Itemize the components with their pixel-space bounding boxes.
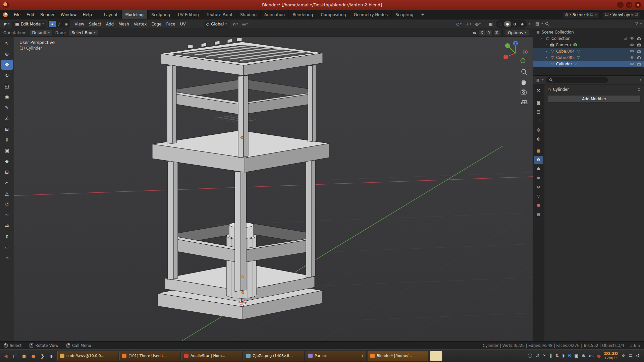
physics-tab[interactable]: ⊚: [534, 174, 543, 182]
smooth-tool[interactable]: ∿: [1, 210, 13, 220]
chevron-down-icon[interactable]: ▾: [640, 78, 641, 81]
firefox-launcher[interactable]: ●: [29, 351, 38, 361]
workspace-tab-uv-editing[interactable]: UV Editing: [174, 10, 203, 19]
window-close-button[interactable]: ✕: [635, 2, 641, 8]
bevel-tool[interactable]: ◆: [1, 156, 13, 166]
outliner-row-cube-005[interactable]: ▸ ▽ Cube.005 ▽: [533, 54, 644, 61]
workspace-tab-geometry-nodes[interactable]: Geometry Nodes: [350, 10, 392, 19]
outliner-row-cube-004[interactable]: ▸ ▽ Cube.004 ▽: [533, 48, 644, 54]
hide-eye-icon[interactable]: [630, 56, 634, 59]
view-layer-tab[interactable]: ❏: [534, 117, 543, 125]
pin-icon[interactable]: ⊙: [637, 87, 641, 92]
workspace-tab-texture-paint[interactable]: Texture Paint: [203, 10, 236, 19]
viewlayer-selector[interactable]: ❏ ▾ ViewLayer ❐: [603, 11, 640, 18]
loop-cut-tool[interactable]: ⊟: [1, 167, 13, 177]
mirror-y-button[interactable]: Y: [486, 30, 493, 36]
annotate-tool[interactable]: ✎: [1, 103, 13, 113]
proportional-editing-toggle[interactable]: ◎ ▾: [241, 22, 249, 26]
edit-menu[interactable]: Edit: [23, 10, 37, 19]
applet-tray-icon[interactable]: ▤: [629, 353, 633, 358]
expand-icon[interactable]: ▸: [544, 50, 549, 53]
disable-render-icon[interactable]: [637, 50, 641, 53]
options-dropdown[interactable]: Options ▾: [505, 30, 529, 36]
face-select-mode-button[interactable]: ◼: [63, 21, 70, 27]
window-titlebar[interactable]: Blender* [/home/amalie/Desktop/blender/l…: [0, 0, 644, 10]
object-data-tab[interactable]: ▽: [534, 192, 543, 200]
chevron-down-icon[interactable]: ▾: [640, 22, 642, 25]
texture-tab[interactable]: ▩: [534, 210, 543, 218]
expand-icon[interactable]: ▾: [540, 37, 544, 40]
interaction-mode-dropdown[interactable]: ▦ Edit Mode ▾: [12, 21, 46, 27]
material-tab[interactable]: ●: [534, 201, 543, 209]
output-tab[interactable]: ▤: [534, 108, 543, 116]
move-tool[interactable]: ✥: [1, 60, 13, 70]
drag-dropdown[interactable]: Select Box ▾: [69, 30, 99, 36]
hide-eye-icon[interactable]: [630, 37, 634, 40]
inset-faces-tool[interactable]: ▣: [1, 145, 13, 156]
new-scene-icon[interactable]: ❐: [590, 13, 593, 16]
show-overlays-button[interactable]: ◍ ▾: [474, 22, 482, 26]
select-menu[interactable]: Select: [87, 22, 104, 26]
chevron-down-icon[interactable]: ▾: [541, 22, 543, 25]
collection-checkbox[interactable]: ☑: [624, 36, 627, 41]
notification-tray-icon[interactable]: ❖: [621, 353, 625, 358]
terminal-launcher[interactable]: ❯: [38, 351, 47, 361]
gizmo-y-axis[interactable]: [505, 43, 510, 48]
editor-launcher[interactable]: ◗: [47, 351, 56, 361]
new-viewlayer-icon[interactable]: ❐: [635, 13, 638, 16]
filter-icon[interactable]: ▽: [635, 22, 638, 25]
add-workspace-tab[interactable]: +: [417, 10, 428, 19]
scene-tab[interactable]: ◍: [534, 126, 543, 134]
menu-button[interactable]: ◉: [2, 351, 11, 361]
cursor-tool[interactable]: ⊕: [1, 49, 13, 59]
volume-tray-icon[interactable]: ◗: [562, 353, 565, 359]
3d-viewport[interactable]: Z X: [0, 37, 533, 341]
tweak-tool[interactable]: ↖: [1, 38, 13, 48]
transform-orientation-dropdown[interactable]: ◇ Global ▾: [204, 21, 230, 27]
add-cube-tool[interactable]: ⊞: [1, 124, 13, 134]
workspace-tab-compositing[interactable]: Compositing: [317, 10, 350, 19]
taskbar-window-button[interactable]: Blender* [/home/...: [368, 351, 428, 361]
xray-toggle-button[interactable]: ▩: [488, 22, 494, 26]
camera-view-gizmo[interactable]: [521, 90, 526, 94]
window-minimize-button[interactable]: –: [617, 2, 624, 8]
perspective-toggle-gizmo[interactable]: [521, 101, 528, 104]
lantern-model[interactable]: [152, 38, 329, 319]
spin-tool[interactable]: ↺: [1, 199, 13, 209]
viewport-canvas[interactable]: Z X: [0, 37, 533, 341]
expand-icon[interactable]: ▸: [544, 62, 549, 65]
show-desktop-launcher[interactable]: ▢: [11, 351, 20, 361]
vertex-select-mode-button[interactable]: ▪: [49, 21, 56, 27]
edge-select-mode-button[interactable]: ╱: [56, 21, 63, 27]
info-tray-icon[interactable]: ⓘ: [528, 353, 532, 359]
pan-hand-gizmo[interactable]: [522, 80, 526, 85]
outliner-row-camera[interactable]: ▸ Camera: [533, 42, 644, 48]
show-gizmo-button[interactable]: ✛ ▾: [465, 22, 472, 26]
wireframe-shading-button[interactable]: ◌: [496, 21, 504, 27]
shear-tool[interactable]: ▱: [1, 242, 13, 252]
zoom-gizmo[interactable]: [522, 69, 527, 75]
gizmo-y-axis-neg[interactable]: [521, 59, 525, 63]
help-menu[interactable]: Help: [79, 10, 95, 19]
workspace-tab-rendering[interactable]: Rendering: [289, 10, 317, 19]
keyboard-layout-indicator[interactable]: us: [589, 354, 594, 358]
edge-slide-tool[interactable]: ⇄: [1, 221, 13, 231]
modifiers-tab[interactable]: ⚙: [534, 156, 543, 164]
properties-search-input[interactable]: [554, 78, 605, 82]
taskbar-window-button[interactable]: GjbZa.png (1403×8...: [244, 351, 304, 361]
extrude-region-tool[interactable]: ⇧: [1, 135, 13, 145]
rip-region-tool[interactable]: ⋔: [1, 253, 13, 263]
particles-tab[interactable]: ✱: [534, 165, 543, 173]
constraints-tab[interactable]: ⊗: [534, 183, 543, 191]
files-launcher[interactable]: ▣: [20, 351, 29, 361]
workspace-tab-shading[interactable]: Shading: [236, 10, 261, 19]
blender-logo-icon[interactable]: [0, 10, 11, 19]
material-shading-button[interactable]: ◑: [511, 21, 519, 27]
scene-selector[interactable]: ◍ ▾ Scene ⊙ ❐ ✕: [563, 11, 600, 18]
navigation-gizmo[interactable]: Z X: [503, 41, 528, 63]
outliner-row-cylinder[interactable]: ▸ ▽ Cylinder ▽: [533, 61, 644, 67]
mirror-x-button[interactable]: X: [479, 30, 485, 36]
chevron-down-icon[interactable]: ▾: [529, 22, 530, 25]
breadcrumb-object-name[interactable]: Cylinder: [553, 87, 569, 92]
disable-render-icon[interactable]: [637, 62, 641, 66]
